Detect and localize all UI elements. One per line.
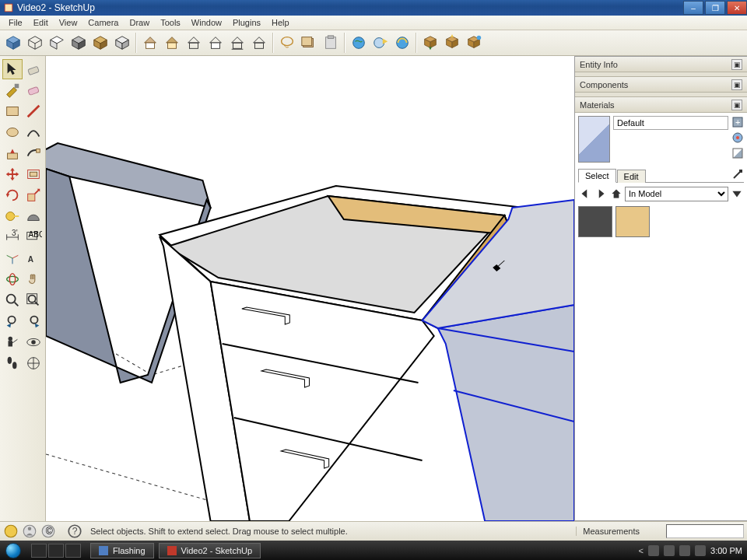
menu-tools[interactable]: Tools bbox=[155, 16, 186, 29]
offset-tool-icon[interactable] bbox=[23, 164, 44, 184]
close-button[interactable]: ✕ bbox=[727, 1, 747, 15]
viewport[interactable] bbox=[46, 56, 574, 521]
paste-icon[interactable] bbox=[321, 33, 341, 53]
dimension-tool-icon[interactable]: 3' bbox=[2, 227, 23, 247]
tray-icon-2[interactable] bbox=[664, 545, 675, 556]
status-credits-icon[interactable] bbox=[22, 523, 37, 539]
globe-refresh-icon[interactable] bbox=[349, 33, 369, 53]
wire-cube-icon[interactable] bbox=[25, 33, 45, 53]
globe-sync-icon[interactable] bbox=[392, 33, 412, 53]
library-menu-icon[interactable] bbox=[730, 187, 744, 201]
materials-tab-edit[interactable]: Edit bbox=[617, 170, 646, 183]
text-tool-icon[interactable]: ABC bbox=[23, 227, 44, 247]
select-tool-icon[interactable] bbox=[2, 59, 23, 79]
measurements-input[interactable] bbox=[666, 524, 744, 538]
globe-export-icon[interactable] bbox=[370, 33, 391, 53]
rectangle-tool-icon[interactable] bbox=[2, 101, 23, 121]
components-header[interactable]: Components ▣ bbox=[575, 77, 747, 93]
materials-close-icon[interactable]: ▣ bbox=[731, 100, 742, 110]
default-material-icon[interactable] bbox=[731, 147, 744, 159]
maximize-button[interactable]: ❐ bbox=[705, 1, 725, 15]
eraser2-tool-icon[interactable] bbox=[23, 80, 44, 100]
orbit-tool-icon[interactable] bbox=[2, 269, 23, 289]
shaded-cube-icon[interactable] bbox=[68, 33, 89, 53]
pushpull-tool-icon[interactable] bbox=[2, 143, 23, 163]
material-preview[interactable] bbox=[578, 116, 610, 163]
menu-draw[interactable]: Draw bbox=[124, 16, 155, 29]
tape-tool-icon[interactable] bbox=[2, 206, 23, 226]
components-close-icon[interactable]: ▣ bbox=[731, 79, 742, 90]
sample-paint-icon[interactable] bbox=[731, 131, 744, 144]
protractor-tool-icon[interactable] bbox=[23, 206, 44, 226]
eraser-tool-icon[interactable] bbox=[23, 59, 44, 79]
menu-edit[interactable]: Edit bbox=[28, 16, 54, 29]
house2-icon[interactable] bbox=[162, 33, 182, 53]
rotate-tool-icon[interactable] bbox=[2, 185, 23, 205]
menu-help[interactable]: Help bbox=[266, 16, 295, 29]
entity-info-header[interactable]: Entity Info ▣ bbox=[575, 57, 747, 72]
house3-icon[interactable] bbox=[184, 33, 204, 53]
tray-clock[interactable]: 3:00 PM bbox=[710, 546, 742, 555]
menu-camera[interactable]: Camera bbox=[82, 16, 124, 29]
tray-icon-1[interactable] bbox=[648, 545, 659, 556]
status-claim-icon[interactable]: © bbox=[40, 523, 56, 539]
tray-chevron-icon[interactable]: < bbox=[639, 546, 644, 555]
quicklaunch-1-icon[interactable] bbox=[31, 544, 47, 558]
3dtext-tool-icon[interactable]: A bbox=[23, 248, 44, 268]
line-tool-icon[interactable] bbox=[23, 101, 44, 121]
zoom-tool-icon[interactable] bbox=[2, 290, 23, 310]
package-down-icon[interactable] bbox=[420, 33, 440, 53]
material-library-select[interactable]: In Model bbox=[625, 187, 728, 201]
mono-cube-icon[interactable] bbox=[112, 33, 132, 53]
move-tool-icon[interactable] bbox=[2, 164, 23, 184]
package-up-icon[interactable] bbox=[442, 33, 462, 53]
taskbar-task-flashing[interactable]: Flashing bbox=[90, 543, 154, 558]
package-share-icon[interactable] bbox=[464, 33, 484, 53]
quicklaunch-3-icon[interactable] bbox=[65, 544, 81, 558]
axes-tool-icon[interactable] bbox=[2, 248, 23, 268]
iso-view-icon[interactable] bbox=[3, 33, 23, 53]
menu-plugins[interactable]: Plugins bbox=[227, 16, 266, 29]
nav-forward-icon[interactable] bbox=[594, 187, 608, 201]
menu-window[interactable]: Window bbox=[186, 16, 227, 29]
material-swatch-tan[interactable] bbox=[615, 206, 650, 237]
prev-view-tool-icon[interactable] bbox=[2, 311, 23, 331]
status-geo-icon[interactable] bbox=[3, 523, 19, 539]
menu-file[interactable]: File bbox=[3, 16, 28, 29]
taskbar-task-sketchup[interactable]: Video2 - SketchUp bbox=[159, 543, 261, 558]
paint-tool-icon[interactable] bbox=[2, 80, 23, 100]
hidden-cube-icon[interactable] bbox=[47, 33, 67, 53]
minimize-button[interactable]: – bbox=[683, 1, 703, 15]
pan-tool-icon[interactable] bbox=[23, 269, 44, 289]
create-material-icon[interactable]: + bbox=[731, 116, 744, 128]
position-camera-tool-icon[interactable] bbox=[2, 332, 23, 352]
house5-icon[interactable] bbox=[227, 33, 247, 53]
tray-volume-icon[interactable] bbox=[695, 545, 706, 556]
texture-cube-icon[interactable] bbox=[90, 33, 110, 53]
zoom-extents-tool-icon[interactable] bbox=[23, 290, 44, 310]
scale-tool-icon[interactable] bbox=[23, 185, 44, 205]
look-around-tool-icon[interactable] bbox=[23, 332, 44, 352]
help-hint-icon[interactable]: ? bbox=[67, 523, 82, 539]
materials-tab-select[interactable]: Select bbox=[578, 169, 616, 183]
house4-icon[interactable] bbox=[205, 33, 226, 53]
materials-header[interactable]: Materials ▣ bbox=[575, 97, 747, 113]
material-name-input[interactable] bbox=[613, 116, 728, 130]
circle-tool-icon[interactable] bbox=[2, 122, 23, 142]
quicklaunch-2-icon[interactable] bbox=[48, 544, 64, 558]
entity-info-close-icon[interactable]: ▣ bbox=[731, 59, 742, 70]
component-icon[interactable] bbox=[299, 33, 319, 53]
lasso-icon[interactable] bbox=[277, 33, 297, 53]
next-view-tool-icon[interactable] bbox=[23, 311, 44, 331]
nav-home-icon[interactable] bbox=[609, 187, 623, 201]
walk-tool-icon[interactable] bbox=[2, 353, 23, 373]
tray-icon-3[interactable] bbox=[679, 545, 690, 556]
house6-icon[interactable] bbox=[249, 33, 269, 53]
house1-icon[interactable] bbox=[140, 33, 160, 53]
start-button[interactable] bbox=[0, 541, 26, 560]
nav-back-icon[interactable] bbox=[578, 187, 592, 201]
material-swatch-dark[interactable] bbox=[578, 206, 612, 237]
eyedropper-icon[interactable] bbox=[731, 168, 744, 180]
section-tool-icon[interactable] bbox=[23, 353, 44, 373]
followme-tool-icon[interactable] bbox=[23, 143, 44, 163]
